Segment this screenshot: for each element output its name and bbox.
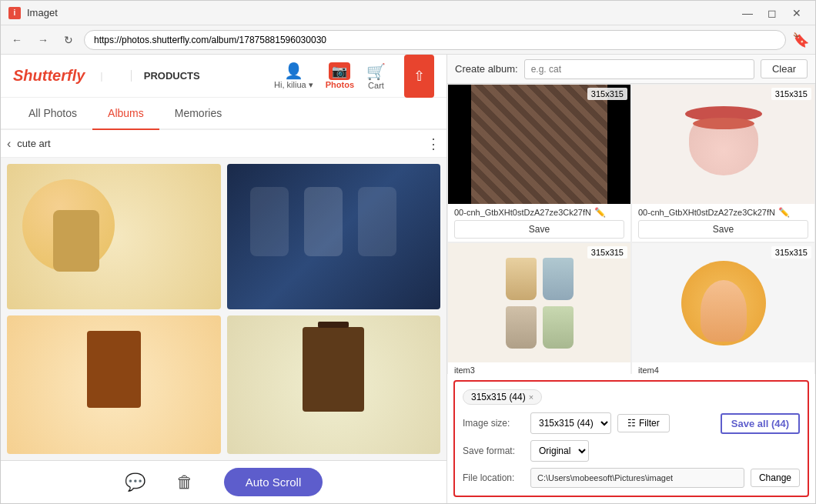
- url-bar[interactable]: [84, 30, 786, 50]
- cart-label: Cart: [368, 81, 384, 90]
- photo-image: [448, 85, 630, 204]
- back-button[interactable]: ←: [7, 31, 27, 49]
- list-item[interactable]: [7, 315, 221, 454]
- filter-icon: ☷: [627, 418, 636, 429]
- photo-thumbnail: [227, 315, 441, 454]
- back-nav-button[interactable]: ‹: [7, 137, 11, 151]
- image-size-label: Image size:: [463, 418, 524, 429]
- photo-name: 00-cnh_GtbXHt0stDzA27ze3Ck27fN ✏️: [454, 207, 624, 218]
- user-nav[interactable]: 👤 Hi, kiliua ▾: [274, 62, 313, 90]
- list-item[interactable]: [227, 164, 441, 309]
- photo-image: [632, 85, 814, 204]
- photo-name: 00-cnh_GtbXHt0stDzA27ze3Ck27fN ✏️: [638, 207, 808, 218]
- filter-button[interactable]: ☷ Filter: [617, 414, 670, 432]
- save-format-row: Save format: Original: [463, 440, 800, 462]
- list-item[interactable]: [7, 164, 221, 309]
- site-logo: Shutterfly: [13, 67, 85, 85]
- photo-name: item3: [454, 365, 624, 374]
- cart-nav[interactable]: 🛒 Cart: [366, 62, 386, 90]
- tab-albums[interactable]: Albums: [92, 98, 159, 130]
- tab-memories[interactable]: Memories: [159, 98, 237, 130]
- delete-button[interactable]: 🗑: [176, 472, 193, 492]
- app-window: i Imaget ― ◻ ✕ ← → ↻ 🔖 Shutterfly | PROD…: [0, 0, 816, 504]
- photos-nav[interactable]: 📷 Photos: [326, 62, 354, 89]
- file-location-label: File location:: [463, 472, 524, 483]
- right-panel: Create album: Clear 315x315: [447, 55, 815, 503]
- main-content: Shutterfly | PRODUCTS 👤 Hi, kiliua ▾ 📷 P…: [1, 55, 815, 503]
- extension-header: Create album: Clear: [447, 55, 815, 84]
- photos-icon: 📷: [329, 62, 350, 80]
- size-badge: 315x315: [587, 88, 627, 100]
- photo-footer: 00-cnh_GtbXHt0stDzA27ze3Ck27fN ✏️ Save: [632, 204, 814, 242]
- edit-icon[interactable]: ✏️: [594, 207, 606, 218]
- clear-button[interactable]: Clear: [761, 59, 808, 78]
- right-photo-grid: 315x315 00-cnh_GtbXHt0stDzA27ze3Ck27fN ✏…: [447, 84, 815, 374]
- photo-container: 315x315: [448, 243, 630, 362]
- image-size-select[interactable]: 315x315 (44): [530, 412, 611, 434]
- minimize-button[interactable]: ―: [737, 5, 758, 21]
- size-badge: 315x315: [771, 246, 811, 259]
- bookmark-icon[interactable]: 🔖: [792, 32, 809, 48]
- photo-container: 315x315: [632, 85, 814, 204]
- right-photo-item: 315x315 item3: [447, 242, 631, 374]
- photo-image: [632, 243, 814, 362]
- refresh-button[interactable]: ↻: [59, 31, 78, 49]
- photo-footer: item4 Save: [632, 362, 814, 374]
- photo-thumbnail: [7, 315, 221, 454]
- file-location-row: File location: Change: [463, 468, 800, 488]
- site-header: Shutterfly | PRODUCTS 👤 Hi, kiliua ▾ 📷 P…: [1, 55, 446, 98]
- size-badge: 315x315: [771, 88, 811, 100]
- save-all-button[interactable]: Save all (44): [721, 413, 800, 434]
- left-panel: Shutterfly | PRODUCTS 👤 Hi, kiliua ▾ 📷 P…: [1, 55, 447, 503]
- right-photo-item: 315x315 00-cnh_GtbXHt0stDzA27ze3Ck27fN ✏…: [631, 84, 815, 242]
- breadcrumb: cute art: [17, 138, 50, 149]
- right-photo-item: 315x315 00-cnh_GtbXHt0stDzA27ze3Ck27fN ✏…: [447, 84, 631, 242]
- file-location-input[interactable]: [530, 468, 744, 488]
- filter-section: 315x315 (44) × Image size: 315x315 (44) …: [453, 380, 809, 497]
- photo-image: [448, 243, 630, 362]
- change-location-button[interactable]: Change: [751, 469, 800, 487]
- browser-bar: ← → ↻ 🔖: [1, 25, 815, 55]
- restore-button[interactable]: ◻: [761, 5, 783, 21]
- user-label: Hi, kiliua ▾: [274, 80, 313, 90]
- app-title: Imaget: [27, 7, 58, 18]
- filter-tag: 315x315 (44) ×: [463, 389, 542, 405]
- photo-thumbnail: [7, 164, 221, 309]
- comment-button[interactable]: 💬: [125, 472, 145, 492]
- upload-button[interactable]: ⇧: [404, 55, 434, 98]
- right-photo-item: 315x315 item4 Save: [631, 242, 815, 374]
- auto-scroll-button[interactable]: Auto Scroll: [224, 468, 323, 496]
- album-input[interactable]: [524, 59, 754, 79]
- tag-label: 315x315 (44): [471, 392, 526, 402]
- photo-container: 315x315: [632, 243, 814, 362]
- tag-close-button[interactable]: ×: [529, 392, 533, 402]
- breadcrumb-bar: ‹ cute art ⋮: [1, 130, 446, 158]
- save-photo-button[interactable]: Save: [454, 220, 624, 239]
- products-nav[interactable]: PRODUCTS: [131, 70, 200, 82]
- list-item[interactable]: [227, 315, 441, 454]
- photo-grid: [1, 158, 446, 460]
- tab-all-photos[interactable]: All Photos: [13, 98, 92, 130]
- photo-name: item4: [638, 365, 808, 374]
- window-controls: ― ◻ ✕: [737, 5, 808, 21]
- title-bar: i Imaget ― ◻ ✕: [1, 1, 815, 25]
- close-button[interactable]: ✕: [786, 5, 808, 21]
- save-format-select[interactable]: Original: [530, 440, 589, 462]
- size-badge: 315x315: [587, 246, 627, 259]
- image-size-row: Image size: 315x315 (44) ☷ Filter Save a…: [463, 412, 800, 434]
- cart-icon: 🛒: [366, 62, 386, 81]
- photos-label: Photos: [326, 80, 354, 89]
- photo-thumbnail: [227, 164, 441, 309]
- user-icon: 👤: [284, 62, 303, 80]
- title-bar-left: i Imaget: [8, 7, 58, 19]
- app-icon: i: [8, 7, 21, 19]
- create-album-label: Create album:: [455, 63, 518, 75]
- forward-button[interactable]: →: [33, 31, 53, 49]
- tabs-bar: All Photos Albums Memories: [1, 98, 446, 130]
- more-options-icon[interactable]: ⋮: [426, 135, 440, 152]
- photo-container: 315x315: [448, 85, 630, 204]
- header-right: 👤 Hi, kiliua ▾ 📷 Photos 🛒 Cart: [274, 62, 386, 90]
- edit-icon[interactable]: ✏️: [778, 207, 790, 218]
- save-format-label: Save format:: [463, 446, 524, 456]
- save-photo-button[interactable]: Save: [638, 220, 808, 239]
